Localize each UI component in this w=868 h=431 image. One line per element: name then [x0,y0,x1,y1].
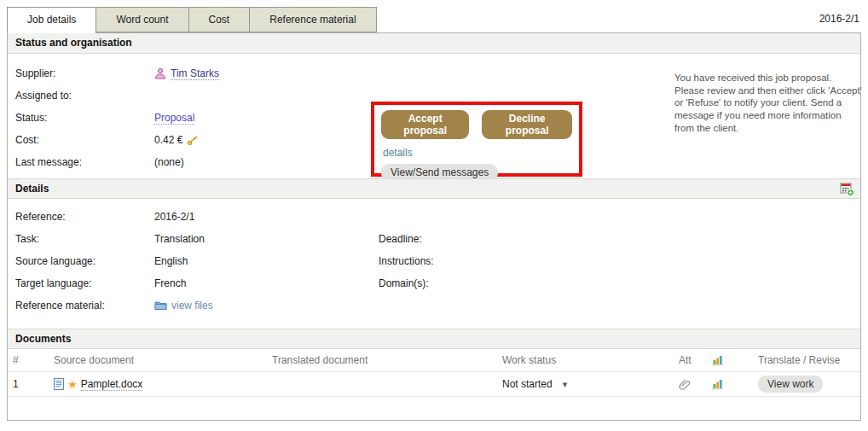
bar-chart-icon [711,354,724,366]
proposal-action-highlight: Accept proposal Decline proposal details… [371,102,582,177]
document-icon [54,378,64,390]
field-target-language: Target language: French [15,272,213,294]
col-work-status: Work status [497,354,674,366]
details-left-fields: Reference: 2016-2/1 Task: Translation So… [15,206,213,317]
field-label: Last message: [15,156,154,168]
field-last-message: Last message: (none) [15,151,219,173]
field-label: Instructions: [379,255,518,267]
field-domains: Domain(s): [379,272,518,294]
field-label: Cost: [15,134,154,146]
folder-icon [154,300,167,311]
details-right-fields: Deadline: Instructions: Domain(s): [379,228,518,294]
source-language-value: English [154,255,188,267]
col-attachments: Att [674,354,706,366]
field-deadline: Deadline: [379,228,518,250]
tab-word-count[interactable]: Word count [96,7,188,32]
job-reference-label: 2016-2/1 [819,13,859,25]
field-label: Reference material: [15,300,154,312]
field-label: Target language: [15,277,154,289]
proposal-notice-text: You have received this job proposal. Ple… [674,72,862,135]
supplier-link[interactable]: Tim Starks [171,67,219,80]
work-status-dropdown-icon[interactable]: ▾ [563,379,568,390]
view-files-link[interactable]: view files [171,300,213,312]
decline-proposal-button[interactable]: Decline proposal [482,110,572,139]
key-icon[interactable] [187,135,198,146]
documents-table: # Source document Translated document Wo… [8,349,860,397]
field-label: Task: [15,233,154,245]
documents-table-header: # Source document Translated document Wo… [8,349,860,372]
field-label: Domain(s): [379,277,518,289]
field-reference-material: Reference material: view files [15,294,213,317]
field-label: Assigned to: [15,90,154,102]
details-link[interactable]: details [383,147,413,159]
col-statistics [706,354,753,366]
section-header-details: Details [8,178,860,199]
col-translated-document: Translated document [267,354,497,366]
field-reference: Reference: 2016-2/1 [15,206,213,228]
col-source-document: Source document [49,354,267,366]
field-task: Task: Translation [15,228,213,250]
person-icon [154,67,166,79]
section-header-documents: Documents [8,329,860,349]
field-label: Supplier: [15,67,154,79]
tab-job-details[interactable]: Job details [7,7,96,33]
cost-value: 0.42 € [154,134,182,146]
last-message-value: (none) [154,156,184,168]
status-link[interactable]: Proposal [154,112,194,125]
accept-proposal-button[interactable]: Accept proposal [381,110,469,139]
section-title: Details [15,183,49,195]
field-label: Status: [15,112,154,124]
field-label: Reference: [15,211,154,223]
section-title: Documents [15,333,71,345]
field-cost: Cost: 0.42 € [15,129,219,151]
field-status: Status: Proposal [15,107,219,129]
col-num: # [8,354,49,366]
job-details-panel: Status and organisation Supplier: Tim St… [7,32,861,421]
status-fields: Supplier: Tim Starks Assigned to: Status… [15,62,219,173]
field-instructions: Instructions: [379,250,518,272]
source-document-link[interactable]: Pamplet.docx [81,378,143,391]
col-translate-revise: Translate / Revise [753,354,860,366]
reference-value: 2016-2/1 [154,211,194,223]
field-supplier: Supplier: Tim Starks [15,62,219,84]
row-number: 1 [8,378,49,390]
document-row: 1 ★ Pamplet.docx Not started ▾ [8,372,860,397]
attachment-paperclip-icon[interactable] [679,378,692,391]
tab-cost[interactable]: Cost [189,7,251,32]
row-statistics-icon[interactable] [711,378,724,390]
field-label: Source language: [15,255,154,267]
tab-reference-material[interactable]: Reference material [250,7,376,32]
field-source-language: Source language: English [15,250,213,272]
view-work-button[interactable]: View work [758,376,823,393]
tab-bar: Job details Word count Cost Reference ma… [7,7,377,33]
target-language-value: French [154,277,186,289]
section-header-status: Status and organisation [8,33,860,54]
field-label: Deadline: [379,233,518,245]
add-to-calendar-icon[interactable] [840,182,854,196]
task-value: Translation [154,233,205,245]
field-assigned-to: Assigned to: [15,84,219,107]
section-title: Status and organisation [15,37,132,49]
work-status-value: Not started [502,378,553,390]
favorite-star-icon: ★ [67,378,78,391]
